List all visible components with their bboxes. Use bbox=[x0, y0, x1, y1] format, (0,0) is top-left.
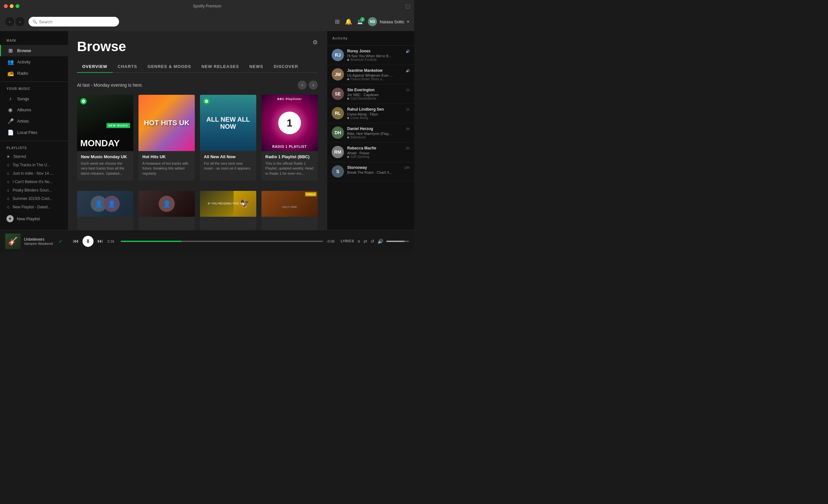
search-input[interactable] bbox=[39, 19, 115, 24]
card-hot-hits-uk[interactable]: HOT HITS UK Hot Hits UK A heatwave of ho… bbox=[138, 95, 195, 180]
next-button[interactable]: ⏭ bbox=[97, 238, 103, 245]
bell-icon[interactable]: 🔔 bbox=[345, 18, 352, 25]
avatar-initials-rahul: RL bbox=[332, 107, 344, 119]
playlist-item-3[interactable]: ♫ Peaky Blinders Soun... bbox=[0, 186, 68, 195]
activity-item-daniel[interactable]: DH Daniel Herzog 4h Bitte, Herr Maertyre… bbox=[327, 123, 414, 143]
activity-item-jeantine[interactable]: JM Jeantine Mankelow 🔊 Us Against Whatev… bbox=[327, 65, 414, 84]
playlist-item-0[interactable]: ♫ Top Tracks in The U... bbox=[0, 161, 68, 169]
section1-title: At last - Monday evening is here. bbox=[77, 83, 143, 88]
card-body-monday: New Music Monday UK Each week we choose … bbox=[77, 151, 133, 180]
activity-info-jeantine: Jeantine Mankelow 🔊 Us Against Whatever … bbox=[347, 68, 410, 81]
activity-name-row-stornoway: Stornoway 18h bbox=[347, 165, 410, 170]
user-avatar: NS bbox=[368, 17, 377, 26]
queue-button[interactable]: ≡ bbox=[358, 239, 360, 244]
section-prev-button[interactable]: ‹ bbox=[298, 81, 307, 90]
music-note-icon: ♫ bbox=[6, 163, 9, 167]
albums-label: Albums bbox=[17, 108, 31, 112]
activity-item-rebecca[interactable]: RM Rebecca Macfie 6h Afraid · Posse Soft… bbox=[327, 143, 414, 162]
activity-icon: 👥 bbox=[7, 59, 13, 65]
card-all-new-all-now[interactable]: ALL NEW ALL NOW All New All Now For all … bbox=[200, 95, 256, 180]
repeat-button[interactable]: ↺ bbox=[370, 239, 374, 244]
progress-bar[interactable] bbox=[121, 241, 323, 242]
search-icon: 🔍 bbox=[32, 19, 37, 24]
play-pause-button[interactable]: ⏸ bbox=[83, 236, 93, 247]
section-nav: ‹ › bbox=[298, 81, 318, 90]
player-progress: 3:16 -0:06 bbox=[107, 239, 337, 243]
section2-cards: 👤 👤 👤 IF YOU READING THIS TOO... 🦅 bbox=[77, 191, 318, 230]
card-s2-2[interactable]: 👤 bbox=[138, 191, 195, 230]
activity-item-stornoway[interactable]: S Stornoway 18h Break The Rules · Charli… bbox=[327, 162, 414, 181]
playlist-label-4: Summer 2015/5 Cool... bbox=[13, 196, 52, 201]
volume-button[interactable]: 🔊 bbox=[378, 239, 383, 244]
player-track-artist: Vampire Weekend bbox=[24, 242, 53, 246]
card-desc-radio1: This is the official Radio 1 Playlist, u… bbox=[265, 161, 314, 176]
new-playlist-button[interactable]: + New Playlist bbox=[0, 213, 68, 225]
sidebar-item-albums[interactable]: ◉ Albums bbox=[0, 104, 68, 116]
playing-dot-rahul bbox=[347, 117, 349, 119]
tab-discover[interactable]: DISCOVER bbox=[268, 61, 303, 73]
music-note-icon-2: ♫ bbox=[6, 179, 9, 184]
playing-dot-ste bbox=[347, 98, 349, 100]
activity-item-ste[interactable]: SE Ste Everington 1h Jnr NBC · Capdown C… bbox=[327, 84, 414, 104]
local-icon: 📄 bbox=[7, 129, 13, 135]
radio1-bottom-text: RADIO 1 PLAYLIST bbox=[273, 145, 307, 149]
activity-artist-rorey: American Football bbox=[347, 58, 410, 61]
playlist-item-5[interactable]: ♫ New Playlist - Dated... bbox=[0, 203, 68, 211]
activity-info-rebecca: Rebecca Macfie 6h Afraid · Posse Soft Op… bbox=[347, 146, 410, 159]
minimize-button[interactable] bbox=[10, 4, 13, 8]
card-s2-1[interactable]: 👤 👤 bbox=[77, 191, 133, 230]
music-note-icon-5: ♫ bbox=[6, 205, 9, 209]
dropdown-icon[interactable]: ▾ bbox=[407, 19, 409, 24]
close-button[interactable] bbox=[4, 4, 8, 8]
sidebar-item-songs[interactable]: ♪ Songs bbox=[0, 93, 68, 104]
card-title-radio1: Radio 1 Playlist (BBC) bbox=[265, 154, 314, 159]
card-title-monday: New Music Monday UK bbox=[81, 154, 129, 159]
card-new-music-monday[interactable]: NEW MUSIC MONDAY New Music Monday UK Eac… bbox=[77, 95, 133, 180]
card-image-hothits: HOT HITS UK bbox=[138, 95, 195, 151]
your-music-label: YOUR MUSIC bbox=[0, 87, 68, 91]
playlist-item-1[interactable]: ♫ Just in indie - Nov 14 ... bbox=[0, 169, 68, 178]
activity-item-rorey[interactable]: RJ Rorey Jones 🔊 I'll See You When We're… bbox=[327, 46, 414, 65]
sidebar-item-local[interactable]: 📄 Local Files bbox=[0, 127, 68, 138]
lyrics-button[interactable]: LYRICS bbox=[341, 239, 354, 243]
monday-bg: NEW MUSIC MONDAY bbox=[77, 95, 133, 151]
user-name: Natasa Soltic bbox=[379, 19, 405, 24]
card-s2-4[interactable]: FOALS HOLY FIRE bbox=[261, 191, 318, 230]
back-button[interactable]: ‹ bbox=[5, 17, 14, 26]
plus-icon: + bbox=[6, 215, 13, 222]
sidebar-item-artists[interactable]: 🎤 Artists bbox=[0, 116, 68, 127]
activity-artist-jeantine: Peanut Butter Blues a... bbox=[347, 77, 410, 81]
sidebar-item-radio[interactable]: 📻 Radio bbox=[0, 68, 68, 79]
grid-icon[interactable]: ⊞ bbox=[335, 18, 340, 25]
notification-badge: 1 bbox=[360, 17, 365, 22]
search-bar[interactable]: 🔍 bbox=[29, 17, 119, 27]
user-badge[interactable]: NS Natasa Soltic ▾ bbox=[368, 17, 409, 26]
activity-item-rahul[interactable]: RL Rahul Lindberg Sen 1h Come Along · Ti… bbox=[327, 104, 414, 123]
player-track-name: Unbelievers bbox=[24, 237, 53, 242]
playlist-item-starred[interactable]: ★ Starred bbox=[0, 152, 68, 161]
playlist-label-3: Peaky Blinders Soun... bbox=[13, 188, 52, 193]
prev-button[interactable]: ⏮ bbox=[73, 238, 79, 245]
card-radio1-bbc[interactable]: BBC Playlister 1 RADIO 1 PLAYLIST Radio … bbox=[261, 95, 318, 180]
tab-overview[interactable]: OVERVIEW bbox=[77, 61, 113, 73]
tab-genres[interactable]: GENRES & MOODS bbox=[142, 61, 196, 73]
playlist-label-0: Top Tracks in The U... bbox=[13, 163, 50, 167]
playlist-item-4[interactable]: ♫ Summer 2015/5 Cool... bbox=[0, 195, 68, 203]
playlist-item-2[interactable]: ♫ I Can't Believe It's No... bbox=[0, 178, 68, 186]
tab-news[interactable]: NEWS bbox=[244, 61, 268, 73]
activity-track-jeantine: Us Against Whatever Ever ... bbox=[347, 74, 410, 77]
activity-header: Activity bbox=[327, 31, 414, 46]
settings-icon[interactable]: ⚙ bbox=[313, 39, 318, 46]
maximize-button[interactable] bbox=[15, 4, 19, 8]
top-nav: ‹ › 🔍 ⊞ 🔔 💻 1 NS Natasa Soltic ▾ bbox=[0, 12, 414, 31]
card-s2-3[interactable]: IF YOU READING THIS TOO... 🦅 bbox=[200, 191, 256, 230]
shuffle-button[interactable]: ⇄ bbox=[363, 239, 367, 244]
sidebar-divider-1 bbox=[0, 82, 68, 82]
sidebar-item-activity[interactable]: 👥 Activity bbox=[0, 56, 68, 68]
section-next-button[interactable]: › bbox=[309, 81, 318, 90]
sidebar-item-browse[interactable]: ⊞ Browse bbox=[0, 45, 68, 56]
tab-charts[interactable]: CHARTS bbox=[113, 61, 142, 73]
forward-button[interactable]: › bbox=[15, 17, 25, 26]
tab-new-releases[interactable]: NEW RELEASES bbox=[196, 61, 244, 73]
volume-bar[interactable] bbox=[386, 241, 409, 242]
